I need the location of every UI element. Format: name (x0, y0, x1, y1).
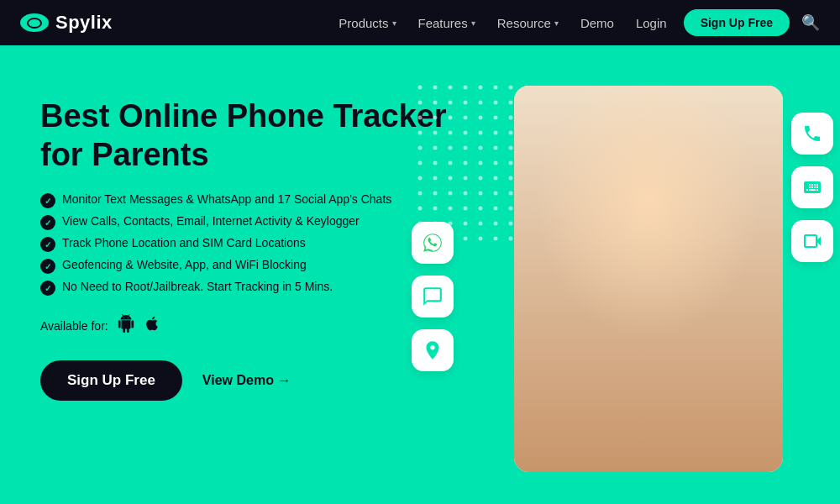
svg-point-15 (693, 338, 701, 346)
svg-point-7 (668, 170, 705, 262)
feature-item-1: Monitor Text Messages & WhatsApp and 17 … (40, 192, 460, 208)
nav-link-features[interactable]: Features ▾ (410, 11, 484, 35)
side-icons-left (412, 222, 454, 371)
logo-icon (20, 13, 49, 32)
svg-rect-19 (667, 378, 701, 435)
check-icon-2 (40, 215, 55, 230)
svg-point-10 (654, 227, 666, 239)
check-icon-1 (40, 193, 55, 208)
location-float-icon (412, 329, 454, 371)
hero-signup-button[interactable]: Sign Up Free (40, 360, 182, 401)
check-icon-5 (40, 281, 55, 296)
svg-point-13 (667, 276, 748, 340)
whatsapp-float-icon (412, 222, 454, 264)
chat-float-icon (412, 276, 454, 318)
svg-rect-0 (514, 86, 783, 472)
svg-point-8 (623, 153, 682, 200)
nav-item-features[interactable]: Features ▾ (410, 11, 484, 35)
check-icon-4 (40, 259, 55, 274)
svg-point-4 (592, 170, 696, 287)
nav-item-login[interactable]: Login (627, 11, 675, 35)
svg-point-11 (653, 321, 762, 472)
search-icon[interactable]: 🔍 (801, 13, 820, 32)
svg-rect-21 (669, 390, 688, 392)
phone-float-icon (791, 113, 833, 155)
svg-point-14 (664, 290, 697, 360)
products-caret-icon: ▾ (392, 18, 396, 28)
feature-item-3: Track Phone Location and SIM Card Locati… (40, 236, 460, 252)
hero-features-list: Monitor Text Messages & WhatsApp and 17 … (40, 192, 460, 296)
svg-point-16 (713, 338, 722, 346)
nav-link-products[interactable]: Products ▾ (330, 11, 404, 35)
svg-point-2 (556, 296, 741, 472)
hero-photo (514, 86, 783, 472)
nav-link-demo[interactable]: Demo (572, 11, 622, 35)
android-icon (117, 314, 135, 337)
svg-rect-22 (669, 396, 691, 398)
svg-point-3 (560, 296, 737, 472)
navbar: Spylix Products ▾ Features ▾ Resource ▾ … (0, 0, 840, 45)
nav-item-products[interactable]: Products ▾ (330, 11, 404, 35)
photo-simulation (514, 86, 783, 472)
feature-item-5: No Need to Root/Jailbreak. Start Trackin… (40, 280, 460, 296)
keyboard-float-icon (791, 166, 833, 208)
svg-rect-18 (664, 375, 704, 438)
available-for: Available for: (40, 314, 460, 337)
features-caret-icon: ▾ (471, 18, 475, 28)
hero-section: Best Online Phone Tracker for Parents Mo… (0, 45, 840, 504)
svg-point-9 (624, 227, 636, 239)
hero-content: Best Online Phone Tracker for Parents Mo… (40, 89, 460, 401)
nav-link-resource[interactable]: Resource ▾ (489, 11, 567, 35)
svg-rect-1 (564, 86, 716, 338)
logo-area: Spylix (20, 12, 113, 34)
apple-icon (144, 314, 160, 337)
hero-title: Best Online Phone Tracker for Parents (40, 97, 460, 174)
svg-rect-17 (661, 371, 707, 445)
svg-point-12 (669, 291, 745, 384)
svg-point-5 (590, 153, 699, 237)
nav-item-resource[interactable]: Resource ▾ (489, 11, 567, 35)
nav-signup-button[interactable]: Sign Up Free (684, 9, 790, 36)
resource-caret-icon: ▾ (554, 18, 559, 28)
svg-rect-20 (669, 384, 695, 386)
feature-item-4: Geofencing & Website, App, and WiFi Bloc… (40, 258, 460, 274)
hero-actions: Sign Up Free View Demo → (40, 360, 460, 401)
nav-link-login[interactable]: Login (627, 11, 675, 35)
feature-item-2: View Calls, Contacts, Email, Internet Ac… (40, 214, 460, 230)
logo-text: Spylix (55, 12, 113, 34)
nav-links: Products ▾ Features ▾ Resource ▾ Demo Lo… (330, 11, 675, 35)
check-icon-3 (40, 237, 55, 252)
camera-float-icon (791, 220, 833, 262)
nav-item-demo[interactable]: Demo (572, 11, 622, 35)
view-demo-link[interactable]: View Demo → (202, 373, 291, 388)
svg-point-6 (583, 170, 630, 270)
side-icons-right (791, 113, 833, 262)
